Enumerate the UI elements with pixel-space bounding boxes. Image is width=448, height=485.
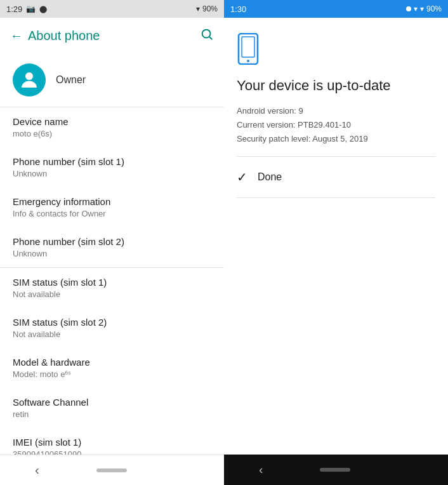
svg-point-2 bbox=[25, 72, 33, 80]
status-bar-right: 1:30 ▾ ▾ 90% bbox=[224, 0, 448, 18]
item-title: Device name bbox=[13, 116, 211, 127]
top-bar-left-group: ← About phone bbox=[10, 29, 100, 43]
avatar bbox=[13, 63, 46, 96]
time-right: 1:30 bbox=[230, 4, 246, 14]
user-section[interactable]: Owner bbox=[0, 53, 224, 107]
camera-icon: 📷 bbox=[26, 4, 36, 13]
security-patch: Security patch level: August 5, 2019 bbox=[237, 132, 435, 146]
item-sub: Not available bbox=[13, 289, 211, 299]
list-item[interactable]: SIM status (sim slot 1) Not available bbox=[0, 268, 224, 308]
status-time-left: 1:29 📷 ⬤ bbox=[6, 4, 47, 14]
status-right-left: ▾ 90% bbox=[196, 4, 218, 13]
battery-right: 90% bbox=[426, 4, 442, 13]
item-title: SIM status (sim slot 2) bbox=[13, 317, 211, 328]
list-item[interactable]: Device name moto e(6s) bbox=[0, 107, 224, 147]
battery-left: 90% bbox=[202, 4, 218, 13]
user-name: Owner bbox=[56, 74, 86, 86]
list-item[interactable]: IMEI (sim slot 1) 359094100651090 bbox=[0, 428, 224, 455]
update-info: Android version: 9 Current version: PTB2… bbox=[237, 104, 435, 146]
item-sub: Model: moto e⁶ˢ bbox=[13, 369, 211, 379]
back-button[interactable]: ← bbox=[10, 29, 23, 43]
status-bar-left: 1:29 📷 ⬤ ▾ 90% bbox=[0, 0, 224, 18]
time-left: 1:29 bbox=[6, 4, 22, 14]
wifi-icon-left: ▾ bbox=[196, 4, 200, 13]
bottom-nav-right: ‹ bbox=[224, 455, 448, 485]
item-title: Emergency information bbox=[13, 196, 211, 207]
phone-icon bbox=[237, 33, 260, 65]
divider-right bbox=[237, 156, 435, 157]
checkmark-icon: ✓ bbox=[237, 169, 247, 185]
item-sub: moto e(6s) bbox=[13, 129, 211, 138]
svg-point-0 bbox=[202, 29, 211, 37]
left-panel: 1:29 📷 ⬤ ▾ 90% ← About phone O bbox=[0, 0, 224, 485]
update-title: Your device is up-to-date bbox=[237, 77, 435, 94]
settings-list: Device name moto e(6s) Phone number (sim… bbox=[0, 107, 224, 455]
signal-icon: ▾ bbox=[414, 4, 418, 13]
top-bar: ← About phone bbox=[0, 18, 224, 53]
dot-icon bbox=[406, 6, 411, 11]
svg-line-1 bbox=[209, 37, 212, 39]
item-sub: Not available bbox=[13, 329, 211, 339]
list-item[interactable]: Phone number (sim slot 2) Unknown bbox=[0, 227, 224, 267]
list-item[interactable]: SIM status (sim slot 2) Not available bbox=[0, 308, 224, 348]
current-version: Current version: PTB29.401-10 bbox=[237, 118, 435, 132]
item-sub: Info & contacts for Owner bbox=[13, 209, 211, 218]
home-pill-right[interactable] bbox=[320, 468, 350, 472]
svg-point-5 bbox=[247, 60, 249, 62]
item-title: IMEI (sim slot 1) bbox=[13, 437, 211, 448]
phone-icon-container bbox=[237, 33, 435, 67]
list-item[interactable]: Software Channel retin bbox=[0, 388, 224, 428]
right-panel: 1:30 ▾ ▾ 90% Your device is up-to-date A… bbox=[224, 0, 448, 485]
item-title: Phone number (sim slot 1) bbox=[13, 156, 211, 167]
bottom-nav-left: ‹ bbox=[0, 455, 224, 485]
update-content: Your device is up-to-date Android versio… bbox=[224, 18, 448, 455]
android-version: Android version: 9 bbox=[237, 104, 435, 118]
back-nav-button[interactable]: ‹ bbox=[22, 458, 52, 482]
item-sub: Unknown bbox=[13, 169, 211, 178]
svg-rect-4 bbox=[242, 37, 254, 57]
home-pill[interactable] bbox=[96, 468, 127, 472]
item-title: Model & hardware bbox=[13, 357, 211, 368]
done-row[interactable]: ✓ Done bbox=[237, 162, 435, 192]
list-item[interactable]: Emergency information Info & contacts fo… bbox=[0, 187, 224, 227]
back-nav-right-button[interactable]: ‹ bbox=[246, 458, 275, 482]
status-right-icons: ▾ ▾ 90% bbox=[406, 4, 442, 13]
item-sub: 359094100651090 bbox=[13, 449, 211, 455]
divider-right-2 bbox=[237, 197, 435, 198]
page-title: About phone bbox=[28, 29, 100, 43]
item-sub: Unknown bbox=[13, 249, 211, 258]
item-title: Software Channel bbox=[13, 397, 211, 408]
wifi-icon-right: ▾ bbox=[420, 4, 424, 13]
list-item[interactable]: Model & hardware Model: moto e⁶ˢ bbox=[0, 348, 224, 388]
search-button[interactable] bbox=[200, 27, 214, 44]
item-sub: retin bbox=[13, 409, 211, 419]
list-item[interactable]: Phone number (sim slot 1) Unknown bbox=[0, 147, 224, 187]
item-title: Phone number (sim slot 2) bbox=[13, 236, 211, 247]
done-label: Done bbox=[258, 171, 282, 183]
item-title: SIM status (sim slot 1) bbox=[13, 277, 211, 288]
circle-icon: ⬤ bbox=[39, 5, 47, 13]
